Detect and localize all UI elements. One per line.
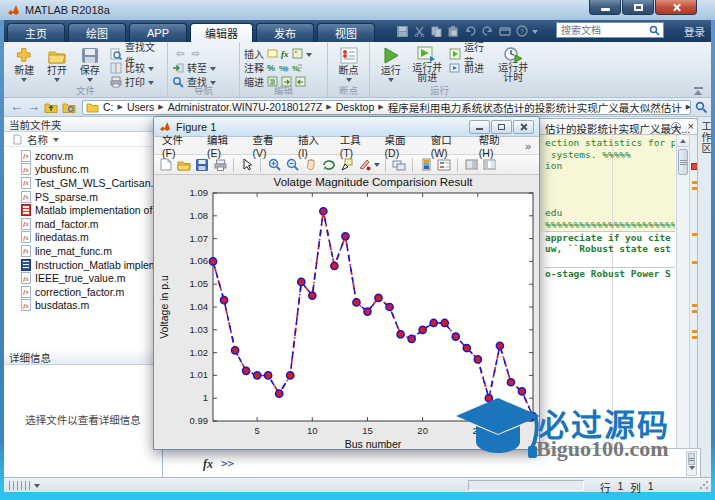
run-button[interactable]: 运行 (374, 44, 408, 82)
tab-编辑器[interactable]: 编辑器 (190, 23, 253, 42)
forward-icon[interactable]: ⇨ (191, 48, 199, 59)
tab-dropdown-icon[interactable] (671, 122, 681, 132)
paste-icon[interactable] (447, 25, 460, 37)
sort-dropdown-icon[interactable] (53, 138, 59, 142)
breadcrumb-segment[interactable]: C: (103, 101, 114, 113)
doc-search-box[interactable] (556, 22, 664, 38)
advance-button[interactable]: 前进 (449, 61, 493, 74)
comment-row[interactable]: 注释 % % % (244, 61, 312, 74)
breadcrumb-segment[interactable]: Users (127, 101, 154, 113)
editor-scrollbar[interactable] (676, 135, 689, 448)
redo-icon[interactable] (481, 25, 494, 37)
save-icon[interactable] (396, 25, 409, 37)
insert-colorbar-icon[interactable] (418, 157, 434, 173)
comment-icon[interactable]: % (267, 63, 275, 73)
close-button[interactable] (655, 0, 697, 15)
file-row[interactable]: fxPS_sparse.m (4, 190, 162, 204)
run-advance-button[interactable]: 运行并前进 (408, 44, 448, 83)
hide-plot-tools-icon[interactable] (463, 157, 479, 173)
file-row[interactable]: fxybusfunc.m (4, 163, 162, 177)
open-button[interactable]: 打开 (41, 44, 74, 82)
file-row[interactable]: fxlinedatas.m (4, 231, 162, 245)
print-figure-icon[interactable] (212, 157, 228, 173)
figure-menu-item[interactable]: 工具(T) (340, 132, 372, 159)
figure-menu-item[interactable]: 桌面(D) (385, 132, 418, 159)
breadcrumb-separator-icon[interactable]: ▶ (378, 103, 383, 111)
file-row[interactable]: fxIEEE_true_value.m (4, 271, 162, 285)
collapse-ribbon-icon[interactable] (694, 87, 703, 95)
figure-menu-item[interactable]: 查看(V) (252, 132, 285, 159)
breadcrumb-segment[interactable]: Desktop (336, 101, 375, 113)
brush-icon[interactable] (356, 157, 372, 173)
data-cursor-icon[interactable] (338, 157, 354, 173)
tab-close-icon[interactable]: × (688, 121, 694, 132)
scroll-up-icon[interactable] (677, 135, 689, 147)
show-plot-tools-icon[interactable] (481, 157, 497, 173)
insert-section-icon[interactable] (267, 48, 278, 59)
brush-dropdown-icon[interactable] (374, 163, 380, 167)
insert-image-icon[interactable] (292, 48, 303, 59)
login-link[interactable]: 登录 (684, 24, 705, 39)
minimize-button[interactable] (589, 0, 621, 15)
figure-menu-item[interactable]: 插入(I) (298, 132, 327, 159)
figure-menu-item[interactable]: 文件(F) (162, 132, 194, 159)
nav-forward-icon[interactable]: → (27, 100, 40, 114)
tab-发布[interactable]: 发布 (256, 23, 314, 42)
save-figure-icon[interactable] (194, 157, 210, 173)
insert-legend-icon[interactable] (436, 157, 452, 173)
insert-fx-icon[interactable]: fx (281, 49, 289, 59)
goto-button[interactable]: 转至 (172, 61, 216, 74)
wrap-comment-icon[interactable]: % (292, 62, 303, 73)
file-row[interactable]: Matlab implementation of ro (4, 203, 162, 217)
breadcrumb-separator-icon[interactable]: ▶ (326, 103, 331, 111)
figure-menu-item[interactable]: 帮助(H) (479, 132, 512, 159)
figure-close-button[interactable] (513, 120, 534, 134)
file-row[interactable]: fxline_mat_func.m (4, 244, 162, 258)
compare-button[interactable]: 比较 (110, 61, 163, 74)
undo-icon[interactable] (464, 25, 477, 37)
help-icon[interactable]: ? (515, 25, 528, 37)
name-column-header[interactable]: 名称 (4, 132, 162, 147)
zoom-in-icon[interactable] (266, 157, 282, 173)
pan-icon[interactable] (302, 157, 318, 173)
nav-back-icon[interactable]: ← (10, 100, 23, 114)
maximize-button[interactable] (622, 0, 654, 15)
insert-row[interactable]: 插入 fx (244, 47, 312, 60)
figure-menu-item[interactable]: 编辑(E) (207, 132, 240, 159)
edit-plot-cursor-icon[interactable] (239, 157, 255, 173)
doc-search-input[interactable] (561, 25, 649, 36)
run-section-button[interactable]: 运行节 (449, 47, 493, 60)
scrollbar-thumb[interactable] (688, 453, 695, 465)
tab-主页[interactable]: 主页 (7, 23, 65, 42)
details-header[interactable]: 详细信息 (4, 350, 162, 365)
back-icon[interactable]: ⇦ (176, 48, 184, 59)
scroll-down-icon[interactable] (689, 466, 695, 470)
workspace-tab[interactable]: 工作区 (697, 117, 711, 477)
zoom-out-icon[interactable] (284, 157, 300, 173)
file-row[interactable]: fxTest_GM_WLS_Cartisan.m (4, 176, 162, 190)
find-files-button[interactable]: 查找文件 (110, 47, 163, 60)
run-time-button[interactable]: 运行并计时 (494, 44, 534, 83)
title-bar[interactable]: MATLAB R2018a (0, 0, 715, 20)
resize-grip[interactable] (699, 480, 709, 490)
command-window[interactable]: fx >> (163, 448, 701, 477)
rotate-3d-icon[interactable] (320, 157, 336, 173)
file-row[interactable]: fxzconv.m (4, 149, 162, 163)
open-file-icon[interactable] (176, 157, 192, 173)
figure-menu-item[interactable]: 窗口(W) (431, 132, 466, 159)
quickbar-dropdown-icon[interactable] (532, 30, 538, 34)
command-scrollbar[interactable] (686, 451, 697, 476)
breakpoints-button[interactable]: 断点 (332, 44, 365, 82)
file-row[interactable]: fxmad_factor.m (4, 217, 162, 231)
up-folder-icon[interactable] (44, 101, 58, 113)
search-icon[interactable] (649, 25, 660, 36)
tab-绘图[interactable]: 绘图 (68, 23, 126, 42)
breadcrumb-separator-icon[interactable]: ▶ (118, 103, 123, 111)
scrollbar-thumb[interactable] (678, 149, 688, 175)
breadcrumb-segment[interactable]: 程序是利用电力系统状态估计的投影统计实现广义最大似然估计 (388, 100, 682, 115)
zoom-widget[interactable] (4, 481, 40, 490)
browse-folder-icon[interactable] (62, 101, 76, 113)
file-row[interactable]: fxbusdatas.m (4, 299, 162, 313)
breadcrumb-separator-icon[interactable]: ▶ (686, 103, 691, 111)
menu-overflow-icon[interactable]: » (525, 140, 531, 152)
